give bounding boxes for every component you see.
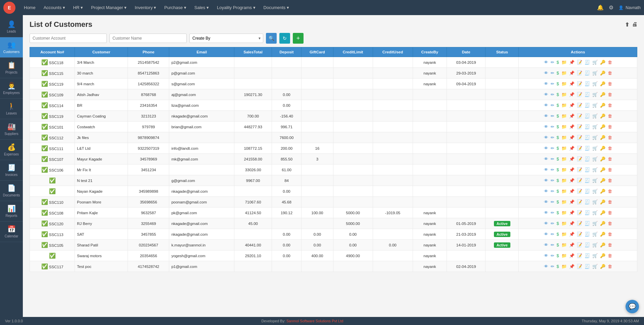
add-project-action-icon[interactable]: 📁 (561, 199, 567, 205)
edit-action-icon[interactable]: ✏ (550, 231, 555, 237)
add-estimate-action-icon[interactable]: 📝 (576, 199, 583, 205)
sidebar-item-reports[interactable]: 📊 Reports (0, 201, 23, 222)
delete-action-icon[interactable]: 🗑 (607, 231, 613, 237)
delete-action-icon[interactable]: 🗑 (607, 124, 613, 130)
nav-inventory[interactable]: Inventory ▾ (131, 3, 159, 12)
view-action-icon[interactable]: 👁 (543, 81, 549, 87)
view-action-icon[interactable]: 👁 (543, 221, 549, 226)
view-action-icon[interactable]: 👁 (543, 135, 549, 140)
add-sales-order-action-icon[interactable]: 🛒 (592, 188, 598, 194)
add-license-action-icon[interactable]: 🔑 (599, 178, 606, 183)
add-invoice-action-icon[interactable]: 🧾 (584, 102, 591, 108)
add-sales-order-action-icon[interactable]: 🛒 (592, 102, 598, 108)
payment-action-icon[interactable]: $ (556, 124, 560, 130)
edit-action-icon[interactable]: ✏ (550, 124, 555, 130)
add-license-action-icon[interactable]: 🔑 (599, 167, 606, 173)
view-action-icon[interactable]: 👁 (543, 70, 549, 76)
add-license-action-icon[interactable]: 🔑 (599, 231, 606, 237)
add-estimate-action-icon[interactable]: 📝 (576, 59, 583, 65)
nav-home[interactable]: Home (20, 3, 39, 12)
add-task-action-icon[interactable]: 📌 (568, 124, 575, 130)
add-license-action-icon[interactable]: 🔑 (599, 92, 606, 97)
add-project-action-icon[interactable]: 📁 (561, 178, 567, 183)
nav-purchase[interactable]: Purchase ▾ (161, 3, 190, 12)
create-by-select[interactable]: Create By (189, 34, 263, 43)
add-sales-order-action-icon[interactable]: 🛒 (592, 124, 598, 130)
add-project-action-icon[interactable]: 📁 (561, 264, 567, 269)
payment-action-icon[interactable]: $ (556, 167, 560, 173)
payment-action-icon[interactable]: $ (556, 221, 560, 226)
add-sales-order-action-icon[interactable]: 🛒 (592, 145, 598, 151)
payment-action-icon[interactable]: $ (556, 253, 560, 259)
delete-action-icon[interactable]: 🗑 (607, 167, 613, 173)
add-invoice-action-icon[interactable]: 🧾 (584, 221, 591, 226)
sidebar-item-leads[interactable]: 👤 Leads (0, 17, 23, 37)
edit-action-icon[interactable]: ✏ (550, 102, 555, 108)
add-button[interactable]: + (293, 33, 304, 44)
payment-action-icon[interactable]: $ (556, 178, 560, 183)
add-license-action-icon[interactable]: 🔑 (599, 113, 606, 119)
add-estimate-action-icon[interactable]: 📝 (576, 124, 583, 130)
add-invoice-action-icon[interactable]: 🧾 (584, 124, 591, 130)
add-sales-order-action-icon[interactable]: 🛒 (592, 264, 598, 269)
add-task-action-icon[interactable]: 📌 (568, 188, 575, 194)
add-license-action-icon[interactable]: 🔑 (599, 242, 606, 248)
add-task-action-icon[interactable]: 📌 (568, 242, 575, 248)
edit-action-icon[interactable]: ✏ (550, 221, 555, 226)
add-license-action-icon[interactable]: 🔑 (599, 145, 606, 151)
add-estimate-action-icon[interactable]: 📝 (576, 242, 583, 248)
add-license-action-icon[interactable]: 🔑 (599, 124, 606, 130)
add-project-action-icon[interactable]: 📁 (561, 253, 567, 259)
add-task-action-icon[interactable]: 📌 (568, 221, 575, 226)
view-action-icon[interactable]: 👁 (543, 188, 549, 194)
add-task-action-icon[interactable]: 📌 (568, 178, 575, 183)
sidebar-item-suppliers[interactable]: 🏭 Suppliers (0, 119, 23, 140)
payment-action-icon[interactable]: $ (556, 242, 560, 248)
add-estimate-action-icon[interactable]: 📝 (576, 210, 583, 216)
add-invoice-action-icon[interactable]: 🧾 (584, 135, 591, 140)
export-icon[interactable]: ⬆ (625, 21, 629, 28)
add-project-action-icon[interactable]: 📁 (561, 210, 567, 216)
edit-action-icon[interactable]: ✏ (550, 145, 555, 151)
sidebar-item-employees[interactable]: 👨‍💼 Employees (0, 78, 23, 99)
edit-action-icon[interactable]: ✏ (550, 188, 555, 194)
add-project-action-icon[interactable]: 📁 (561, 156, 567, 162)
payment-action-icon[interactable]: $ (556, 210, 560, 216)
view-action-icon[interactable]: 👁 (543, 102, 549, 108)
add-project-action-icon[interactable]: 📁 (561, 70, 567, 76)
payment-action-icon[interactable]: $ (556, 92, 560, 97)
view-action-icon[interactable]: 👁 (543, 145, 549, 151)
add-project-action-icon[interactable]: 📁 (561, 102, 567, 108)
view-action-icon[interactable]: 👁 (543, 156, 549, 162)
add-sales-order-action-icon[interactable]: 🛒 (592, 210, 598, 216)
add-task-action-icon[interactable]: 📌 (568, 231, 575, 237)
delete-action-icon[interactable]: 🗑 (607, 113, 613, 119)
payment-action-icon[interactable]: $ (556, 231, 560, 237)
add-invoice-action-icon[interactable]: 🧾 (584, 178, 591, 183)
add-invoice-action-icon[interactable]: 🧾 (584, 113, 591, 119)
delete-action-icon[interactable]: 🗑 (607, 156, 613, 162)
delete-action-icon[interactable]: 🗑 (607, 221, 613, 226)
delete-action-icon[interactable]: 🗑 (607, 92, 613, 97)
delete-action-icon[interactable]: 🗑 (607, 59, 613, 65)
add-invoice-action-icon[interactable]: 🧾 (584, 145, 591, 151)
add-license-action-icon[interactable]: 🔑 (599, 210, 606, 216)
view-action-icon[interactable]: 👁 (543, 253, 549, 259)
edit-action-icon[interactable]: ✏ (550, 167, 555, 173)
sidebar-item-calendar[interactable]: 📅 Calendar (0, 222, 23, 242)
add-sales-order-action-icon[interactable]: 🛒 (592, 113, 598, 119)
add-invoice-action-icon[interactable]: 🧾 (584, 210, 591, 216)
payment-action-icon[interactable]: $ (556, 135, 560, 140)
add-license-action-icon[interactable]: 🔑 (599, 81, 606, 87)
add-project-action-icon[interactable]: 📁 (561, 188, 567, 194)
add-project-action-icon[interactable]: 📁 (561, 167, 567, 173)
settings-icon[interactable]: ⚙ (609, 4, 613, 11)
add-sales-order-action-icon[interactable]: 🛒 (592, 156, 598, 162)
view-action-icon[interactable]: 👁 (543, 167, 549, 173)
edit-action-icon[interactable]: ✏ (550, 210, 555, 216)
add-sales-order-action-icon[interactable]: 🛒 (592, 59, 598, 65)
view-action-icon[interactable]: 👁 (543, 231, 549, 237)
delete-action-icon[interactable]: 🗑 (607, 145, 613, 151)
add-invoice-action-icon[interactable]: 🧾 (584, 264, 591, 269)
notification-icon[interactable]: 🔔 (597, 4, 604, 11)
